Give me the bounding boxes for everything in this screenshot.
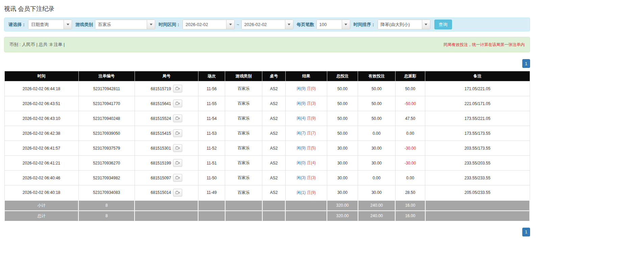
video-replay-button[interactable]	[173, 144, 182, 152]
date-to-dropdown-button[interactable]	[285, 20, 293, 29]
result-cell: 闲(0) 庄(4)	[285, 156, 327, 171]
valid-bet-cell: 0.00	[358, 126, 395, 141]
total-bet-cell[interactable]: 30.00	[327, 141, 358, 156]
per-page-dropdown-button[interactable]	[342, 20, 350, 29]
bet-id-cell: 523170941770	[78, 96, 135, 111]
per-page-input[interactable]	[317, 20, 342, 29]
valid-bet-cell: 50.00	[358, 96, 395, 111]
bet-row: 2026-02-02 06:41:21523170936270681515199…	[4, 156, 530, 171]
result-player: 闲(9)	[296, 86, 306, 91]
query-type-dropdown-button[interactable]	[64, 20, 72, 29]
game-type-cell: 百家乐	[225, 81, 262, 96]
main-container: 视讯 会员下注纪录 请选择： 游戏类别 时间区间： ~ 每页笔数 时间排序：	[4, 5, 530, 236]
page-1-button[interactable]: 1	[522, 228, 530, 236]
round-id-text: 681515641	[151, 101, 171, 106]
page-1-button[interactable]: 1	[522, 59, 530, 68]
video-replay-button[interactable]	[173, 189, 182, 197]
round-id-cell: 681515301	[135, 141, 198, 156]
total-bet-cell[interactable]: 50.00	[327, 96, 358, 111]
result-cell: 闲(9) 庄(3)	[285, 96, 327, 111]
round-id-group: 681515719	[151, 85, 182, 93]
game-type-combobox[interactable]	[95, 20, 155, 29]
game-type-cell: 百家乐	[225, 185, 262, 200]
date-to-input[interactable]	[242, 20, 285, 29]
subtotal-empty-cell	[285, 200, 327, 211]
video-replay-button[interactable]	[173, 129, 182, 137]
header-bet-id: 注单编号	[78, 71, 135, 81]
video-replay-button[interactable]	[173, 100, 182, 107]
round-id-group: 681515524	[151, 115, 182, 122]
table-no-cell: AS2	[262, 111, 285, 126]
result-cell: 闲(7) 庄(7)	[285, 126, 327, 141]
session-cell: 11-55	[198, 96, 225, 111]
total-bet-cell[interactable]: 50.00	[327, 111, 358, 126]
round-id-text: 681515199	[151, 161, 171, 166]
note-cell: 173.55/173.55	[425, 126, 530, 141]
payout-cell: 0.00	[395, 171, 425, 185]
round-id-cell: 681515524	[135, 111, 198, 126]
session-cell: 11-56	[198, 81, 225, 96]
query-button[interactable]: 查询	[434, 20, 452, 29]
total-row: 总计 8 320.00 240.00 16.00	[4, 211, 530, 221]
total-bet-cell[interactable]: 50.00	[327, 81, 358, 96]
round-id-group: 681515641	[151, 100, 182, 107]
caret-down-icon	[67, 24, 69, 25]
note-cell: 233.55/233.55	[425, 171, 530, 185]
pagination-bottom: 1	[4, 228, 530, 236]
video-replay-button[interactable]	[173, 159, 182, 167]
bet-row: 2026-02-02 06:43:10523170940248681515524…	[4, 111, 530, 126]
sort-combobox[interactable]	[378, 20, 430, 29]
header-table-no: 桌号	[262, 71, 285, 81]
round-id-text: 681515301	[151, 146, 171, 151]
game-type-input[interactable]	[95, 20, 147, 29]
valid-bet-cell: 50.00	[358, 111, 395, 126]
sort-dropdown-button[interactable]	[422, 20, 430, 29]
date-range-separator: ~	[237, 22, 239, 27]
result-player: 闲(7)	[296, 131, 306, 135]
time-cell: 2026-02-02 06:41:21	[4, 156, 78, 171]
session-cell: 11-51	[198, 156, 225, 171]
per-page-combobox[interactable]	[316, 20, 350, 29]
note-cell: 221.05/171.05	[425, 96, 530, 111]
video-replay-button[interactable]	[173, 115, 182, 122]
bet-id-cell: 523170937579	[78, 141, 135, 156]
round-id-text: 681515719	[151, 86, 171, 91]
video-replay-button[interactable]	[173, 85, 182, 93]
time-cell: 2026-02-02 06:40:46	[4, 171, 78, 185]
payout-cell: 47.50	[395, 111, 425, 126]
round-id-text: 681515097	[151, 176, 171, 180]
date-from-picker[interactable]	[183, 20, 235, 29]
sort-input[interactable]	[378, 20, 422, 29]
game-type-dropdown-button[interactable]	[147, 20, 155, 29]
date-to-picker[interactable]	[241, 20, 293, 29]
caret-down-icon	[229, 24, 232, 25]
note-cell: 205.05/233.55	[425, 185, 530, 200]
total-bet-cell[interactable]: 30.00	[327, 185, 358, 200]
subtotal-empty-cell	[425, 200, 530, 211]
total-bet-cell[interactable]: 30.00	[327, 171, 358, 185]
total-bet-cell[interactable]: 30.00	[327, 156, 358, 171]
caret-down-icon	[288, 24, 290, 25]
video-camera-icon	[175, 116, 180, 121]
result-player: 闲(0)	[296, 160, 306, 165]
game-type-cell: 百家乐	[225, 126, 262, 141]
total-bet-cell[interactable]: 50.00	[327, 126, 358, 141]
result-player: 闲(4)	[296, 116, 306, 121]
valid-bet-cell: 0.00	[358, 171, 395, 185]
round-id-text: 681515524	[151, 116, 171, 121]
subtotal-payout: 16.00	[395, 200, 425, 211]
total-empty-cell	[285, 211, 327, 221]
video-replay-button[interactable]	[173, 174, 182, 182]
bet-id-cell: 523170940248	[78, 111, 135, 126]
date-from-dropdown-button[interactable]	[226, 20, 234, 29]
valid-bet-notice: 同局有效投注，统一计算在该局第一张注单内	[444, 42, 525, 48]
query-type-combobox[interactable]	[28, 20, 72, 29]
total-empty-cell	[225, 211, 262, 221]
bet-id-cell: 523170934982	[78, 171, 135, 185]
bet-id-cell: 523170936270	[78, 156, 135, 171]
query-type-input[interactable]	[28, 20, 64, 29]
round-id-text: 681515014	[151, 190, 171, 195]
result-banker: 庄(9)	[306, 190, 316, 195]
bet-id-cell: 523170942811	[78, 81, 135, 96]
date-from-input[interactable]	[183, 20, 226, 29]
